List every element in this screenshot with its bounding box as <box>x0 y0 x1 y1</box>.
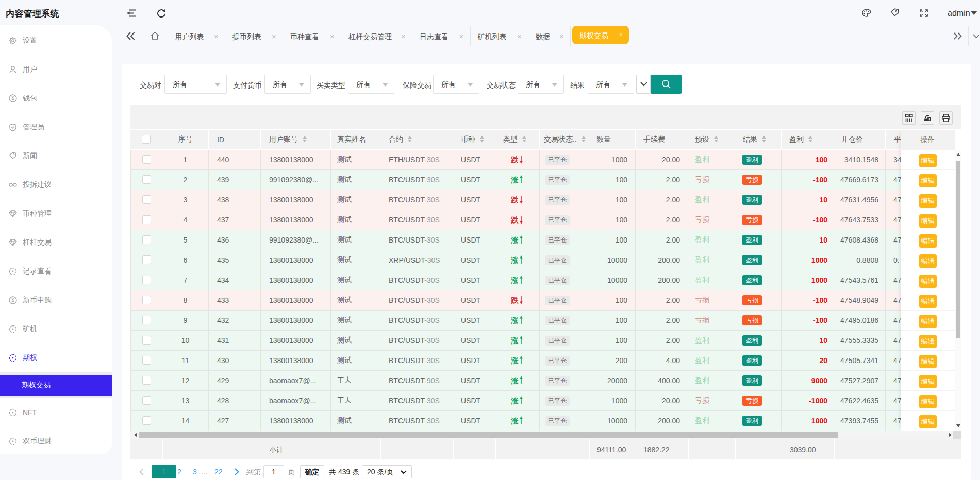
svg-text:$: $ <box>11 95 14 101</box>
svg-text:$: $ <box>11 297 14 303</box>
